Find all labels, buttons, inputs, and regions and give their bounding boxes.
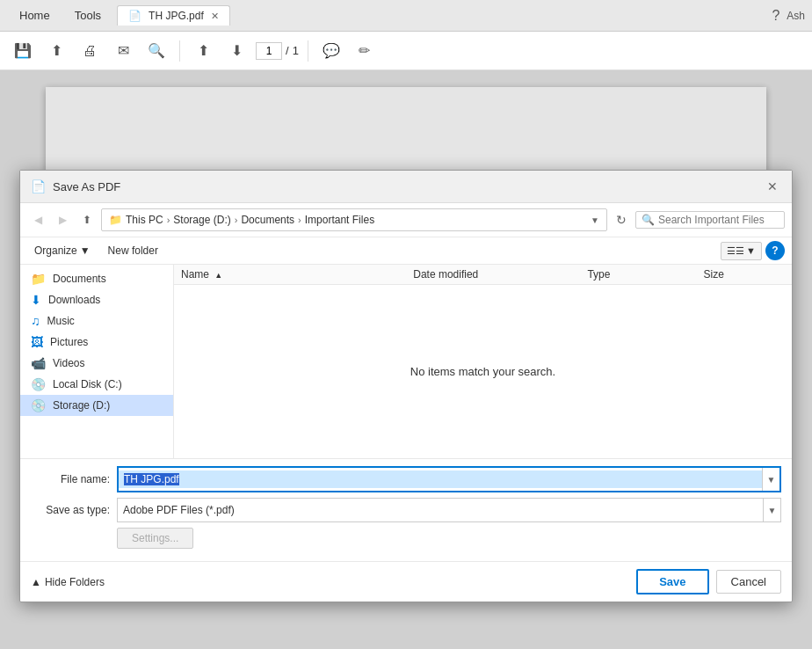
dialog-body: 📁 Documents ⬇ Downloads ♫ Music 🖼 Pictur… [20, 265, 792, 458]
file-name-input-wrapper[interactable]: ▼ [117, 466, 781, 492]
local-disk-icon: 💿 [31, 377, 46, 391]
tab-file[interactable]: 📄 TH JPG.pdf ✕ [117, 5, 230, 26]
find-button[interactable]: 🔍 [142, 37, 170, 65]
file-list-body: No items match your search. [174, 285, 792, 458]
toolbar-separator-2 [308, 40, 308, 62]
nav-refresh-button[interactable]: ↻ [611, 209, 632, 230]
file-name-input[interactable] [119, 470, 762, 488]
view-dropdown-icon: ▼ [746, 245, 756, 256]
videos-icon: 📹 [31, 356, 46, 370]
dialog-nav: ◀ ▶ ⬆ 📁 This PC › Storage (D:) › Documen… [20, 203, 792, 237]
page-total: 1 [293, 44, 299, 57]
page-up-button[interactable]: ⬆ [189, 37, 217, 65]
help-area: ? Ash [772, 8, 805, 24]
music-icon: ♫ [31, 314, 40, 328]
column-header-type[interactable]: Type [587, 268, 703, 281]
downloads-icon: ⬇ [31, 293, 41, 307]
save-as-dialog: 📄 Save As PDF ✕ ◀ ▶ ⬆ 📁 This PC › Storag… [19, 170, 793, 602]
breadcrumb-dropdown-icon[interactable]: ▼ [591, 215, 599, 225]
dialog-title-icon: 📄 [31, 179, 46, 193]
annotate-button[interactable]: ✏ [351, 37, 379, 65]
sidebar-item-pictures[interactable]: 🖼 Pictures [20, 332, 173, 353]
settings-row: Settings... [31, 528, 781, 549]
organize-button[interactable]: Organize ▼ [27, 242, 98, 259]
save-as-type-label: Save as type: [31, 504, 110, 516]
file-name-label: File name: [31, 473, 110, 485]
help-icon[interactable]: ? [772, 8, 779, 24]
save-as-type-row: Save as type: Adobe PDF Files (*.pdf) ▼ [31, 498, 781, 522]
page-navigation: / 1 [256, 42, 299, 60]
breadcrumb-documents: Documents [241, 214, 294, 226]
nav-back-button[interactable]: ◀ [27, 209, 48, 230]
empty-message: No items match your search. [410, 365, 555, 378]
save-as-type-dropdown-icon[interactable]: ▼ [763, 499, 780, 521]
file-name-row: File name: ▼ [31, 466, 781, 492]
nav-up-button[interactable]: ⬆ [76, 209, 98, 230]
storage-icon: 💿 [31, 398, 46, 412]
dialog-overlay: 📄 Save As PDF ✕ ◀ ▶ ⬆ 📁 This PC › Storag… [0, 70, 812, 649]
app-tabs: Home Tools 📄 TH JPG.pdf ✕ ? Ash [0, 0, 812, 32]
sidebar-item-downloads[interactable]: ⬇ Downloads [20, 289, 173, 310]
left-panel: 📁 Documents ⬇ Downloads ♫ Music 🖼 Pictur… [20, 265, 174, 458]
tab-close-icon[interactable]: ✕ [211, 11, 219, 22]
comment-button[interactable]: 💬 [317, 37, 345, 65]
print-button[interactable]: 🖨 [76, 37, 104, 65]
toolbar-separator [179, 40, 180, 62]
upload-button[interactable]: ⬆ [42, 37, 70, 65]
search-box[interactable]: 🔍 [635, 211, 785, 229]
page-number-input[interactable] [256, 42, 282, 60]
hide-folders-button[interactable]: ▲ Hide Folders [31, 576, 105, 588]
sidebar-item-storage[interactable]: 💿 Storage (D:) [20, 395, 173, 416]
nav-forward-button[interactable]: ▶ [52, 209, 73, 230]
breadcrumb-sep-2: › [235, 215, 238, 225]
column-header-name[interactable]: Name ▲ [181, 268, 413, 281]
save-as-type-value: Adobe PDF Files (*.pdf) [118, 501, 763, 519]
search-input[interactable] [658, 214, 772, 226]
email-button[interactable]: ✉ [109, 37, 137, 65]
content-area: tom's HARDWARE 📄 Save As PDF ✕ ◀ ▶ ⬆ 📁 T… [0, 70, 812, 649]
dialog-close-button[interactable]: ✕ [764, 178, 781, 195]
breadcrumb[interactable]: 📁 This PC › Storage (D:) › Documents › I… [101, 208, 607, 231]
main-toolbar: 💾 ⬆ 🖨 ✉ 🔍 ⬆ ⬇ / 1 💬 ✏ [0, 32, 812, 70]
view-button[interactable]: ☰☰ ▼ [721, 242, 762, 260]
settings-button[interactable]: Settings... [117, 528, 193, 549]
breadcrumb-sep-3: › [298, 215, 301, 225]
dialog-titlebar: 📄 Save As PDF ✕ [20, 171, 792, 203]
file-icon: 📄 [128, 10, 141, 22]
sidebar-item-local-disk[interactable]: 💿 Local Disk (C:) [20, 374, 173, 395]
sidebar-item-music[interactable]: ♫ Music [20, 310, 173, 332]
breadcrumb-thispc: This PC [126, 214, 163, 226]
breadcrumb-storage: Storage (D:) [173, 214, 230, 226]
breadcrumb-sep-1: › [167, 215, 170, 225]
dialog-title-text: Save As PDF [53, 180, 757, 193]
file-list-header: Name ▲ Date modified Type Size [174, 265, 792, 285]
pictures-icon: 🖼 [31, 335, 43, 349]
documents-icon: 📁 [31, 272, 46, 286]
cancel-dialog-button[interactable]: Cancel [716, 570, 781, 594]
new-folder-button[interactable]: New folder [101, 242, 165, 259]
column-header-size[interactable]: Size [704, 268, 785, 281]
hide-folders-arrow-icon: ▲ [31, 576, 41, 588]
organize-dropdown-icon: ▼ [80, 244, 91, 257]
page-separator: / [286, 44, 289, 57]
search-icon: 🔍 [642, 214, 655, 226]
sort-icon: ▲ [214, 271, 222, 280]
dialog-toolbar: Organize ▼ New folder ☰☰ ▼ ? [20, 237, 792, 265]
file-name-dropdown-icon[interactable]: ▼ [762, 468, 779, 491]
view-icon: ☰☰ [727, 245, 744, 257]
column-header-date[interactable]: Date modified [413, 268, 587, 281]
tab-tools[interactable]: Tools [62, 4, 113, 27]
folder-icon: 📁 [109, 214, 122, 226]
file-list-panel: Name ▲ Date modified Type Size No items … [174, 265, 792, 458]
sidebar-item-documents[interactable]: 📁 Documents [20, 268, 173, 289]
save-as-type-select[interactable]: Adobe PDF Files (*.pdf) ▼ [117, 498, 781, 522]
save-button[interactable]: 💾 [9, 37, 37, 65]
dialog-buttons: ▲ Hide Folders Save Cancel [20, 561, 792, 602]
dialog-form: File name: ▼ Save as type: Adobe PDF Fil… [20, 458, 792, 561]
context-help-button[interactable]: ? [765, 241, 785, 260]
tab-home[interactable]: Home [7, 4, 62, 27]
page-down-button[interactable]: ⬇ [222, 37, 250, 65]
save-dialog-button[interactable]: Save [636, 569, 708, 594]
sidebar-item-videos[interactable]: 📹 Videos [20, 353, 173, 374]
breadcrumb-important-files: Important Files [305, 214, 374, 226]
